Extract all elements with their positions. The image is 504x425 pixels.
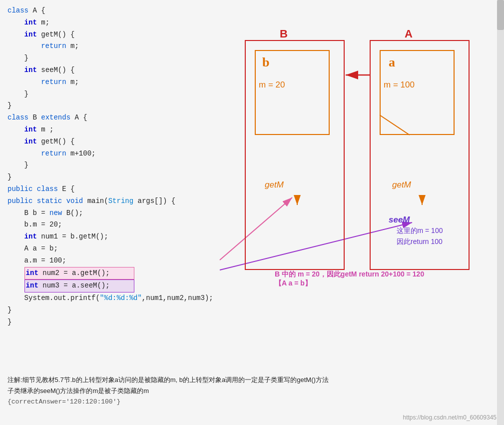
- code-line-21: A a = b;: [7, 243, 202, 255]
- main-container: class A { int m; int getM() { return m; …: [0, 0, 504, 425]
- code-line-25: System.out.printf("%d:%d:%d",num1,num2,n…: [7, 292, 202, 304]
- code-line-15: }: [7, 172, 202, 184]
- code-line-7: return m;: [7, 76, 202, 88]
- note-line1: 这里的m = 100: [370, 225, 470, 236]
- box-a-inner-value: m = 100: [384, 80, 415, 90]
- box-b-outer-label: B: [280, 28, 288, 40]
- code-line-11: int m ;: [7, 124, 202, 136]
- box-a-seem-label: seeM: [389, 215, 410, 225]
- bottom-notes: 注解:细节见教材5.7节.b的上转型对象a访问的是被隐藏的m, b的上转型对象a…: [0, 372, 504, 410]
- code-line-4: return m;: [7, 40, 202, 52]
- note-line2: 因此return 100: [370, 236, 470, 247]
- code-line-23: int num2 = a.getM();: [7, 267, 202, 280]
- code-line-6: int seeM() {: [7, 64, 202, 76]
- note1: 注解:细节见教材5.7节.b的上转型对象a访问的是被隐藏的m, b的上转型对象a…: [7, 374, 497, 386]
- annotation-line2: 【A a = b】: [275, 279, 424, 288]
- code-line-10: class B extends A {: [7, 112, 202, 124]
- code-line-3: int getM() {: [7, 29, 202, 41]
- code-line-16: public class E {: [7, 184, 202, 196]
- annotation-line1: B 中的 m = 20，因此getM return 20+100 = 120: [275, 270, 424, 279]
- watermark: https://blog.csdn.net/m0_60609345: [403, 414, 497, 421]
- code-line-26: }: [7, 304, 202, 316]
- code-line-17: public static void main(String args[]) {: [7, 196, 202, 208]
- box-a-inner-label: a: [389, 55, 395, 70]
- code-line-2: int m;: [7, 17, 202, 29]
- box-a-outer-label: A: [405, 28, 413, 40]
- scrollbar-thumb[interactable]: [497, 0, 504, 30]
- annotation-b: B 中的 m = 20，因此getM return 20+100 = 120 【…: [275, 270, 424, 288]
- code-line-13: return m+100;: [7, 148, 202, 160]
- box-b-inner-label: b: [262, 55, 269, 70]
- code-area: class A { int m; int getM() { return m; …: [0, 0, 210, 334]
- code-line-24: int num3 = a.seeM();: [7, 280, 202, 292]
- box-b-getm-label: getM: [265, 180, 284, 190]
- code-line-19: b.m = 20;: [7, 219, 202, 231]
- scrollbar[interactable]: [497, 0, 504, 425]
- note-box: 这里的m = 100 因此return 100: [370, 225, 470, 248]
- code-line-27: }: [7, 316, 202, 328]
- correct-answer: {correctAnswer='120:120:100'}: [7, 396, 497, 408]
- code-line-5: }: [7, 52, 202, 64]
- code-line-9: }: [7, 100, 202, 112]
- code-line-12: int getM() {: [7, 136, 202, 148]
- code-line-22: a.m = 100;: [7, 255, 202, 267]
- code-line-14: }: [7, 160, 202, 172]
- code-line-18: B b = new B();: [7, 208, 202, 220]
- box-b-inner-value: m = 20: [259, 80, 285, 90]
- code-line-8: }: [7, 88, 202, 100]
- code-line-20: int num1 = b.getM();: [7, 231, 202, 243]
- box-a-getm-label: getM: [392, 180, 411, 190]
- diagram-area: B b m = 20 getM A a m = 100 getM seeM 这里…: [215, 25, 500, 305]
- code-line-1: class A {: [7, 5, 202, 17]
- note2: 子类继承的seeM()方法操作的m是被子类隐藏的m: [7, 386, 497, 396]
